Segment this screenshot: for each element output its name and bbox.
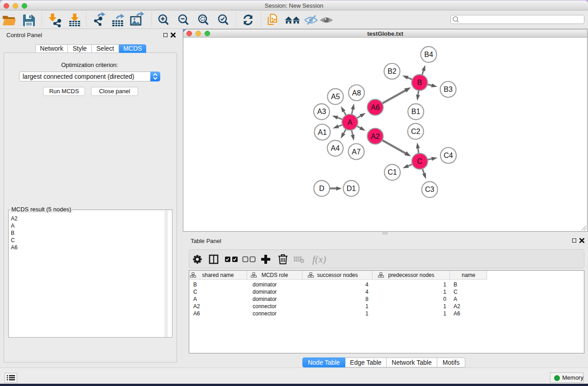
svg-text:f(x): f(x) xyxy=(312,253,326,265)
svg-text:B: B xyxy=(417,79,422,86)
svg-text:A6: A6 xyxy=(371,104,380,111)
svg-text:B3: B3 xyxy=(444,86,453,93)
svg-text:A5: A5 xyxy=(331,93,340,100)
svg-text:B4: B4 xyxy=(424,51,433,58)
svg-text:A2: A2 xyxy=(371,133,380,140)
svg-text:A8: A8 xyxy=(352,89,361,97)
svg-text:A1: A1 xyxy=(318,129,327,136)
svg-text:A4: A4 xyxy=(331,144,340,152)
svg-text:D: D xyxy=(319,185,325,192)
svg-text:D1: D1 xyxy=(347,185,356,192)
svg-text:C2: C2 xyxy=(411,128,421,135)
svg-text:C1: C1 xyxy=(387,168,397,176)
svg-text:B2: B2 xyxy=(387,67,397,75)
svg-text:C3: C3 xyxy=(425,186,435,193)
svg-text:C4: C4 xyxy=(444,152,453,159)
svg-text:A3: A3 xyxy=(317,108,326,115)
svg-text:C: C xyxy=(417,157,423,165)
svg-text:B1: B1 xyxy=(411,108,421,115)
svg-text:A7: A7 xyxy=(352,148,361,156)
svg-text:A: A xyxy=(348,119,353,126)
